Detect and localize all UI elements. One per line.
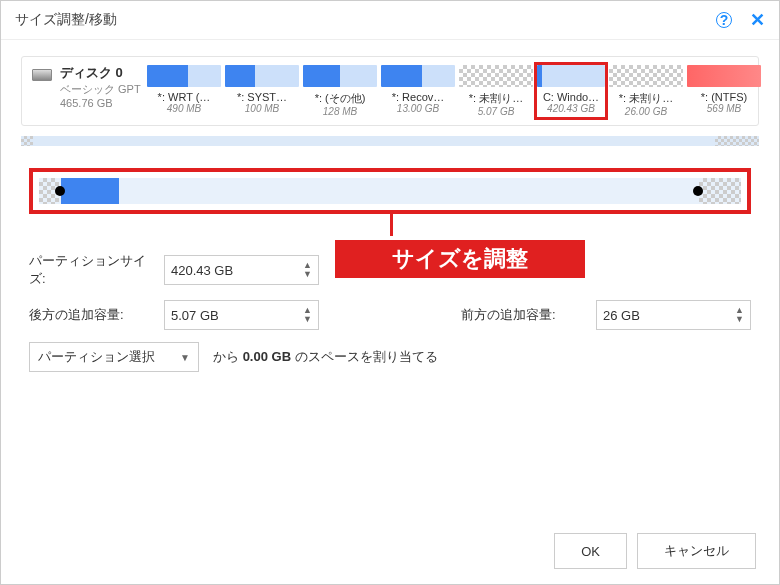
help-icon[interactable]: ? bbox=[716, 12, 732, 28]
space-before-spinner[interactable]: 26 GB ▲▼ bbox=[596, 300, 751, 330]
partition-3[interactable]: *: Recov…13.00 GB bbox=[381, 65, 455, 117]
partition-label: *: (その他) bbox=[303, 91, 377, 106]
resize-move-dialog: サイズ調整/移動 ? ✕ ディスク 0 ベーシック GPT 465.76 GB … bbox=[0, 0, 780, 585]
callout-adjust-size: サイズを調整 bbox=[335, 240, 585, 278]
space-after-label: 後方の追加容量: bbox=[29, 306, 154, 324]
partition-size-label: パーティションサイズ: bbox=[29, 252, 154, 288]
partition-size: 5.07 GB bbox=[478, 106, 515, 117]
slider-handle-right[interactable] bbox=[693, 186, 703, 196]
disk-size: 465.76 GB bbox=[60, 96, 141, 110]
ok-button[interactable]: OK bbox=[554, 533, 627, 569]
partition-size: 420.43 GB bbox=[547, 103, 595, 114]
callout-connector bbox=[390, 210, 393, 236]
partition-size: 26.00 GB bbox=[625, 106, 667, 117]
spinner-arrows-icon[interactable]: ▲▼ bbox=[303, 306, 312, 324]
spinner-arrows-icon[interactable]: ▲▼ bbox=[735, 306, 744, 324]
space-after-spinner[interactable]: 5.07 GB ▲▼ bbox=[164, 300, 319, 330]
partition-label: *: SYST… bbox=[225, 91, 299, 103]
partition-bar bbox=[459, 65, 533, 87]
partition-size: 569 MB bbox=[707, 103, 741, 114]
partition-bar bbox=[687, 65, 761, 87]
dialog-footer: OK キャンセル bbox=[554, 533, 756, 569]
partition-label: *: WRT (… bbox=[147, 91, 221, 103]
partition-select-value: パーティション選択 bbox=[38, 348, 155, 366]
partition-bar bbox=[225, 65, 299, 87]
partition-bar bbox=[609, 65, 683, 87]
disk-timeline bbox=[21, 136, 759, 146]
partition-6[interactable]: *: 未割り…26.00 GB bbox=[609, 65, 683, 117]
disk-info: ディスク 0 ベーシック GPT 465.76 GB bbox=[32, 65, 142, 110]
dialog-title: サイズ調整/移動 bbox=[15, 11, 117, 29]
space-before-label: 前方の追加容量: bbox=[461, 306, 586, 324]
partition-select-dropdown[interactable]: パーティション選択 ▼ bbox=[29, 342, 199, 372]
partition-5[interactable]: C: Windo…420.43 GB bbox=[534, 62, 608, 120]
partition-size: 128 MB bbox=[323, 106, 357, 117]
chevron-down-icon: ▼ bbox=[180, 352, 190, 363]
cancel-button[interactable]: キャンセル bbox=[637, 533, 756, 569]
slider-used bbox=[61, 178, 119, 204]
partition-0[interactable]: *: WRT (…490 MB bbox=[147, 65, 221, 117]
disk-type: ベーシック GPT bbox=[60, 82, 141, 96]
partition-slider[interactable] bbox=[29, 168, 751, 214]
disk-overview: ディスク 0 ベーシック GPT 465.76 GB *: WRT (…490 … bbox=[21, 56, 759, 126]
slider-unalloc-right bbox=[699, 178, 741, 204]
slider-handle-left[interactable] bbox=[55, 186, 65, 196]
disk-name: ディスク 0 bbox=[60, 65, 141, 82]
space-before-value: 26 GB bbox=[603, 308, 640, 323]
disk-icon bbox=[32, 69, 52, 81]
partition-bar bbox=[537, 65, 605, 87]
allocate-text: から 0.00 GB のスペースを割り当てる bbox=[213, 348, 438, 366]
partition-size: 490 MB bbox=[167, 103, 201, 114]
partition-list: *: WRT (…490 MB*: SYST…100 MB*: (その他)128… bbox=[147, 65, 761, 117]
partition-bar bbox=[303, 65, 377, 87]
partition-bar bbox=[381, 65, 455, 87]
partition-2[interactable]: *: (その他)128 MB bbox=[303, 65, 377, 117]
titlebar: サイズ調整/移動 ? ✕ bbox=[1, 1, 779, 40]
partition-label: *: (NTFS) bbox=[687, 91, 761, 103]
spinner-arrows-icon[interactable]: ▲▼ bbox=[303, 261, 312, 279]
partition-bar bbox=[147, 65, 221, 87]
partition-label: *: 未割り… bbox=[459, 91, 533, 106]
partition-size-spinner[interactable]: 420.43 GB ▲▼ bbox=[164, 255, 319, 285]
partition-1[interactable]: *: SYST…100 MB bbox=[225, 65, 299, 117]
partition-label: *: Recov… bbox=[381, 91, 455, 103]
space-after-value: 5.07 GB bbox=[171, 308, 219, 323]
close-icon[interactable]: ✕ bbox=[750, 9, 765, 31]
partition-label: C: Windo… bbox=[537, 91, 605, 103]
titlebar-icons: ? ✕ bbox=[716, 9, 765, 31]
partition-size-value: 420.43 GB bbox=[171, 263, 233, 278]
partition-size: 100 MB bbox=[245, 103, 279, 114]
partition-label: *: 未割り… bbox=[609, 91, 683, 106]
partition-size: 13.00 GB bbox=[397, 103, 439, 114]
partition-7[interactable]: *: (NTFS)569 MB bbox=[687, 65, 761, 117]
slider-track bbox=[39, 178, 741, 204]
partition-4[interactable]: *: 未割り…5.07 GB bbox=[459, 65, 533, 117]
